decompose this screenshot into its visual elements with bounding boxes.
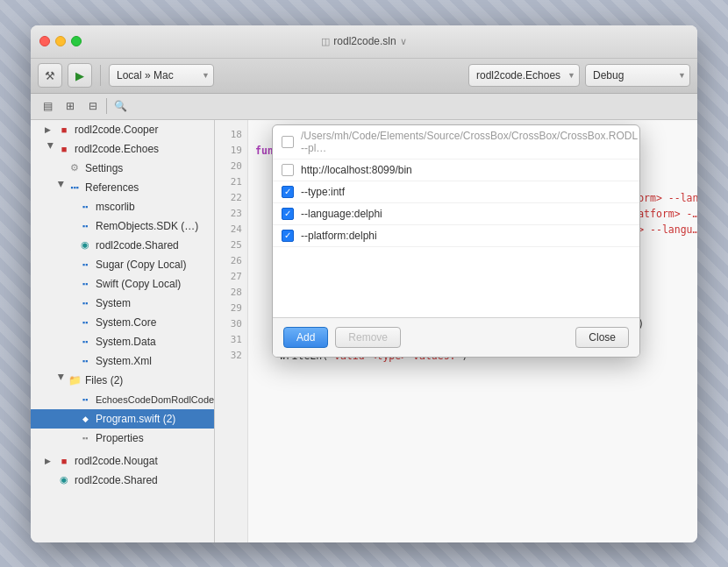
main-content: ▶ ■ rodl2code.Cooper ▶ ■ rodl2code.Echoe… bbox=[31, 120, 697, 542]
config-select[interactable]: Debug bbox=[585, 64, 690, 87]
window-title: ◫ rodl2code.sln ∨ bbox=[321, 35, 406, 47]
checkbox-2[interactable] bbox=[282, 164, 294, 176]
sidebar-item-remobjects[interactable]: ▶ ▪▪ RemObjects.SDK (…) bbox=[31, 216, 214, 236]
minimize-button[interactable] bbox=[55, 36, 66, 46]
sidebar-item-sugar[interactable]: ▶ ▪▪ Sugar (Copy Local) bbox=[31, 255, 214, 274]
sidebar-item-files[interactable]: ▶ 📁 Files (2) bbox=[31, 371, 214, 390]
sidebar-item-properties[interactable]: ▶ ▪▪ Properties bbox=[31, 429, 214, 448]
sidebar-item-references[interactable]: ▶ ▪▪▪ References bbox=[31, 178, 214, 197]
add-button[interactable]: Add bbox=[283, 327, 328, 348]
expand-arrow-nougat: ▶ bbox=[45, 457, 57, 465]
expand-arrow-cooper: ▶ bbox=[45, 125, 57, 134]
sidebar-item-systemdata[interactable]: ▶ ▪▪ System.Data bbox=[31, 332, 214, 351]
dialog-row-3[interactable]: --type:intf bbox=[273, 181, 639, 203]
sidebar-item-swift[interactable]: ▶ ▪▪ Swift (Copy Local) bbox=[31, 274, 214, 294]
sidebar-label-echoescodedom: EchoesCodeDomRodlCodeGen.pas bbox=[96, 394, 215, 405]
toolbar: ⚒ ▶ Local » Mac ▼ rodl2code.Echoes ▼ Deb… bbox=[31, 59, 697, 94]
arguments-list: /Users/mh/Code/Elements/Source/CrossBox/… bbox=[273, 125, 639, 318]
sidebar-label-systemxml: System.Xml bbox=[96, 355, 152, 367]
code-area: 18 19 20 21 22 23 24 25 26 27 28 29 30 3… bbox=[215, 120, 697, 542]
sidebar-item-settings[interactable]: ▶ ⚙ Settings bbox=[31, 159, 214, 178]
sidebar: ▶ ■ rodl2code.Cooper ▶ ■ rodl2code.Echoe… bbox=[31, 120, 215, 542]
dialog-buttons: Add Remove Close bbox=[273, 318, 639, 357]
title-text: rodl2code.sln bbox=[333, 35, 396, 47]
toolbar-separator-1 bbox=[100, 65, 101, 86]
local-mac-select[interactable]: Local » Mac bbox=[109, 64, 214, 87]
project-select[interactable]: rodl2code.Echoes bbox=[468, 64, 580, 87]
sidebar-item-shared[interactable]: ▶ ◉ rodl2code.Shared bbox=[31, 236, 214, 255]
dialog-row-text-3: --type:intf bbox=[301, 186, 345, 198]
close-button[interactable]: Close bbox=[575, 327, 629, 348]
build-icon: ⚒ bbox=[45, 69, 55, 82]
sidebar-label-nougat: rodl2code.Nougat bbox=[75, 455, 158, 467]
project-icon-echoes: ■ bbox=[57, 142, 71, 156]
titlebar: ◫ rodl2code.sln ∨ bbox=[31, 25, 697, 59]
view-btn-1[interactable]: ▤ bbox=[38, 96, 57, 116]
build-button[interactable]: ⚒ bbox=[38, 63, 62, 88]
file-icon-echoescodedom: ▪▪ bbox=[78, 393, 92, 407]
view-btn-2[interactable]: ⊞ bbox=[61, 96, 80, 116]
dialog-row-2[interactable]: http://localhost:8099/bin bbox=[273, 159, 639, 181]
sidebar-item-program[interactable]: ▶ ◆ Program.swift (2) bbox=[31, 409, 214, 429]
view-btn-3[interactable]: ⊟ bbox=[83, 96, 103, 116]
dialog-row-5[interactable]: --platform:delphi bbox=[273, 225, 639, 247]
project-dropdown-wrap[interactable]: rodl2code.Echoes ▼ bbox=[468, 64, 580, 87]
dialog-row-text-1: /Users/mh/Code/Elements/Source/CrossBox/… bbox=[301, 130, 638, 154]
sidebar-label-systemdata: System.Data bbox=[96, 336, 156, 348]
sidebar-item-systemcore[interactable]: ▶ ▪▪ System.Core bbox=[31, 313, 214, 332]
checkbox-3[interactable] bbox=[282, 186, 294, 198]
checkbox-4[interactable] bbox=[282, 208, 294, 220]
sidebar-item-echoescodedom[interactable]: ▶ ▪▪ EchoesCodeDomRodlCodeGen.pas bbox=[31, 390, 214, 409]
secondary-sep bbox=[106, 98, 107, 114]
config-dropdown-wrap[interactable]: Debug ▼ bbox=[585, 64, 690, 87]
ref-icon-sugar: ▪▪ bbox=[78, 258, 92, 272]
sidebar-label-program: Program.swift (2) bbox=[96, 413, 175, 425]
references-icon: ▪▪▪ bbox=[68, 181, 82, 195]
sidebar-item-systemxml[interactable]: ▶ ▪▪ System.Xml bbox=[31, 351, 214, 371]
remove-button[interactable]: Remove bbox=[335, 327, 401, 348]
close-button[interactable] bbox=[39, 36, 50, 46]
secondary-toolbar: ▤ ⊞ ⊟ 🔍 bbox=[31, 94, 697, 120]
sidebar-label-cooper: rodl2code.Cooper bbox=[75, 124, 158, 136]
checkbox-1[interactable] bbox=[282, 136, 294, 148]
expand-arrow-echoes: ▶ bbox=[46, 143, 55, 155]
ref-icon-system: ▪▪ bbox=[78, 296, 92, 310]
sidebar-label-systemcore: System.Core bbox=[96, 316, 156, 329]
file-icon-program: ◆ bbox=[78, 412, 92, 426]
dialog-row-4[interactable]: --language:delphi bbox=[273, 203, 639, 225]
dialog-row-text-2: http://localhost:8099/bin bbox=[301, 164, 412, 176]
sidebar-item-shared2[interactable]: ▶ ◉ rodl2code.Shared bbox=[31, 471, 214, 490]
sidebar-item-mscorlib[interactable]: ▶ ▪▪ mscorlib bbox=[31, 197, 214, 216]
sidebar-item-system[interactable]: ▶ ▪▪ System bbox=[31, 294, 214, 313]
dialog-row-1[interactable]: /Users/mh/Code/Elements/Source/CrossBox/… bbox=[273, 125, 639, 159]
dialog-overlay: /Users/mh/Code/Elements/Source/CrossBox/… bbox=[215, 120, 697, 542]
local-mac-dropdown-wrap[interactable]: Local » Mac ▼ bbox=[109, 64, 214, 87]
ref-icon-mscorlib: ▪▪ bbox=[78, 200, 92, 214]
expand-arrow-files: ▶ bbox=[57, 374, 66, 386]
maximize-button[interactable] bbox=[71, 36, 82, 46]
traffic-lights bbox=[39, 36, 82, 46]
sidebar-item-cooper[interactable]: ▶ ■ rodl2code.Cooper bbox=[31, 120, 214, 139]
main-window: ◫ rodl2code.sln ∨ ⚒ ▶ Local » Mac ▼ rodl… bbox=[31, 25, 697, 542]
sidebar-item-nougat[interactable]: ▶ ■ rodl2code.Nougat bbox=[31, 451, 214, 471]
ref-icon-remobjects: ▪▪ bbox=[78, 219, 92, 233]
sidebar-label-echoes: rodl2code.Echoes bbox=[75, 143, 159, 155]
ref-icon-shared: ◉ bbox=[78, 238, 92, 252]
sidebar-label-references: References bbox=[85, 181, 139, 194]
ref-icon-swift: ▪▪ bbox=[78, 277, 92, 291]
sidebar-label-properties: Properties bbox=[96, 432, 144, 444]
sidebar-label-shared2: rodl2code.Shared bbox=[75, 474, 158, 486]
checkbox-5[interactable] bbox=[282, 230, 294, 242]
sidebar-label-settings: Settings bbox=[85, 162, 123, 174]
sidebar-label-swift: Swift (Copy Local) bbox=[96, 278, 181, 290]
search-btn[interactable]: 🔍 bbox=[111, 96, 130, 116]
play-icon: ▶ bbox=[75, 69, 84, 82]
sidebar-item-echoes[interactable]: ▶ ■ rodl2code.Echoes bbox=[31, 139, 214, 159]
title-dropdown-arrow[interactable]: ∨ bbox=[400, 36, 407, 47]
run-button[interactable]: ▶ bbox=[68, 63, 92, 88]
dialog-row-text-4: --language:delphi bbox=[301, 208, 382, 220]
expand-arrow-references: ▶ bbox=[57, 181, 66, 194]
sidebar-label-remobjects: RemObjects.SDK (…) bbox=[96, 220, 198, 232]
sidebar-label-system: System bbox=[96, 297, 131, 309]
ref-icon-systemcore: ▪▪ bbox=[78, 315, 92, 330]
